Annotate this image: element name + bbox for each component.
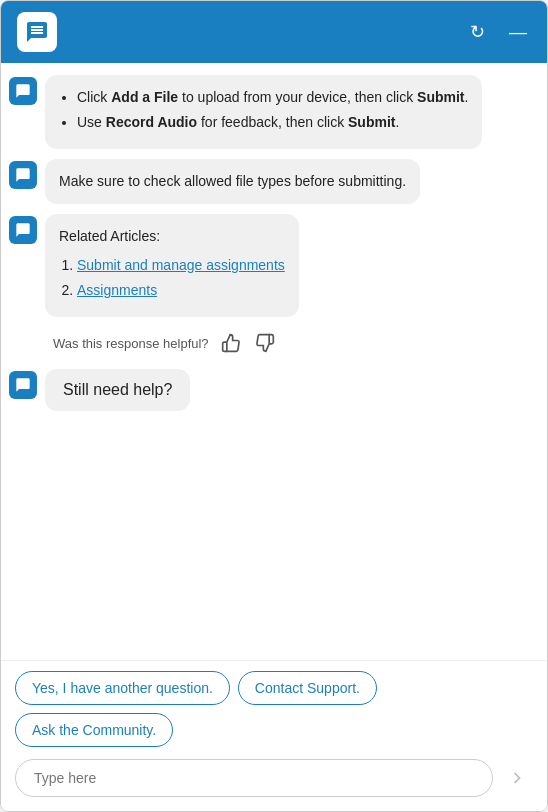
chat-body: Click Add a File to upload from your dev… bbox=[1, 63, 547, 660]
thumbsup-button[interactable] bbox=[219, 331, 243, 355]
quick-reply-another-question[interactable]: Yes, I have another question. bbox=[15, 671, 230, 705]
article-link-1[interactable]: Submit and manage assignments bbox=[77, 257, 285, 273]
still-need-row: Still need help? bbox=[9, 369, 539, 411]
send-arrow-icon bbox=[507, 768, 527, 788]
thumbsdown-button[interactable] bbox=[253, 331, 277, 355]
bot-icon bbox=[15, 377, 31, 393]
bot-bubble: Make sure to check allowed file types be… bbox=[45, 159, 420, 204]
input-row bbox=[15, 759, 533, 797]
chat-header: ↻ — bbox=[1, 1, 547, 63]
thumbsdown-icon bbox=[255, 333, 275, 353]
bot-icon bbox=[15, 167, 31, 183]
message-row: Make sure to check allowed file types be… bbox=[9, 159, 539, 204]
message-row: Click Add a File to upload from your dev… bbox=[9, 75, 539, 149]
chat-widget: ↻ — Click Add a File to upload from your… bbox=[0, 0, 548, 812]
minimize-button[interactable]: — bbox=[505, 18, 531, 47]
bot-avatar bbox=[9, 216, 37, 244]
still-need-bubble: Still need help? bbox=[45, 369, 190, 411]
chat-input[interactable] bbox=[15, 759, 493, 797]
chat-footer: Yes, I have another question. Contact Su… bbox=[1, 660, 547, 811]
article-link-2[interactable]: Assignments bbox=[77, 282, 157, 298]
related-articles-bubble: Related Articles: Submit and manage assi… bbox=[45, 214, 299, 317]
header-actions: ↻ — bbox=[466, 17, 531, 47]
chat-logo bbox=[17, 12, 57, 52]
bot-icon bbox=[15, 83, 31, 99]
bot-avatar bbox=[9, 77, 37, 105]
bot-bubble: Click Add a File to upload from your dev… bbox=[45, 75, 482, 149]
logo-icon bbox=[25, 20, 49, 44]
related-articles-title: Related Articles: bbox=[59, 228, 160, 244]
quick-replies: Yes, I have another question. Contact Su… bbox=[15, 671, 533, 747]
bot-avatar bbox=[9, 161, 37, 189]
helpful-row: Was this response helpful? bbox=[45, 327, 539, 359]
refresh-button[interactable]: ↻ bbox=[466, 17, 489, 47]
bot-icon bbox=[15, 222, 31, 238]
bot-avatar bbox=[9, 371, 37, 399]
helpful-label: Was this response helpful? bbox=[53, 336, 209, 351]
quick-reply-contact-support[interactable]: Contact Support. bbox=[238, 671, 377, 705]
quick-reply-community[interactable]: Ask the Community. bbox=[15, 713, 173, 747]
thumbsup-icon bbox=[221, 333, 241, 353]
send-icon bbox=[501, 762, 533, 794]
message-row: Related Articles: Submit and manage assi… bbox=[9, 214, 539, 317]
